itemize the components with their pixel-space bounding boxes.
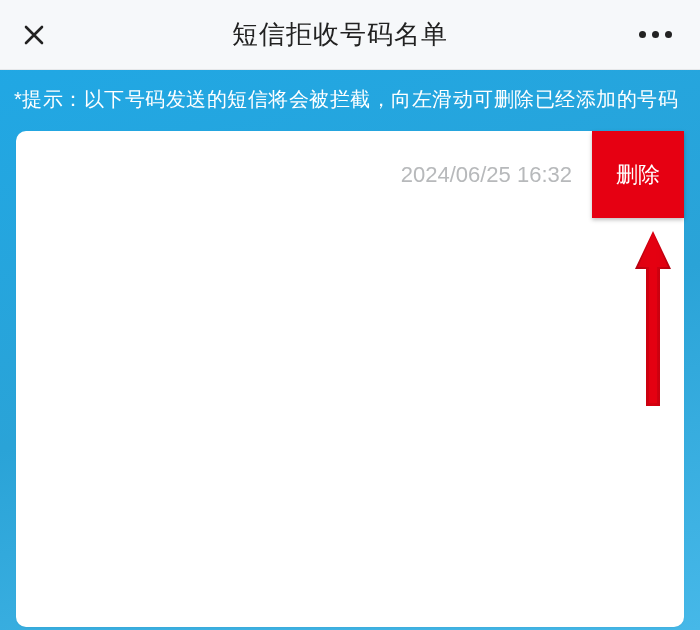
- annotation-arrow-icon: [633, 231, 673, 406]
- timestamp: 2024/06/25 16:32: [401, 162, 572, 188]
- tip-text: *提示：以下号码发送的短信将会被拦截，向左滑动可删除已经添加的号码: [0, 70, 700, 131]
- svg-marker-0: [635, 231, 671, 406]
- list-item[interactable]: 93 2024/06/25 16:32 删除: [0, 131, 592, 218]
- close-icon[interactable]: [20, 21, 48, 49]
- list-item-content: 93 2024/06/25 16:32: [0, 159, 592, 190]
- x-glyph: [22, 23, 46, 47]
- delete-button[interactable]: 删除: [592, 131, 684, 218]
- svg-marker-1: [638, 233, 668, 403]
- more-icon[interactable]: [631, 23, 680, 46]
- block-list-card: 93 2024/06/25 16:32 删除: [16, 131, 684, 627]
- page-title: 短信拒收号码名单: [232, 17, 448, 52]
- header-bar: 短信拒收号码名单: [0, 0, 700, 70]
